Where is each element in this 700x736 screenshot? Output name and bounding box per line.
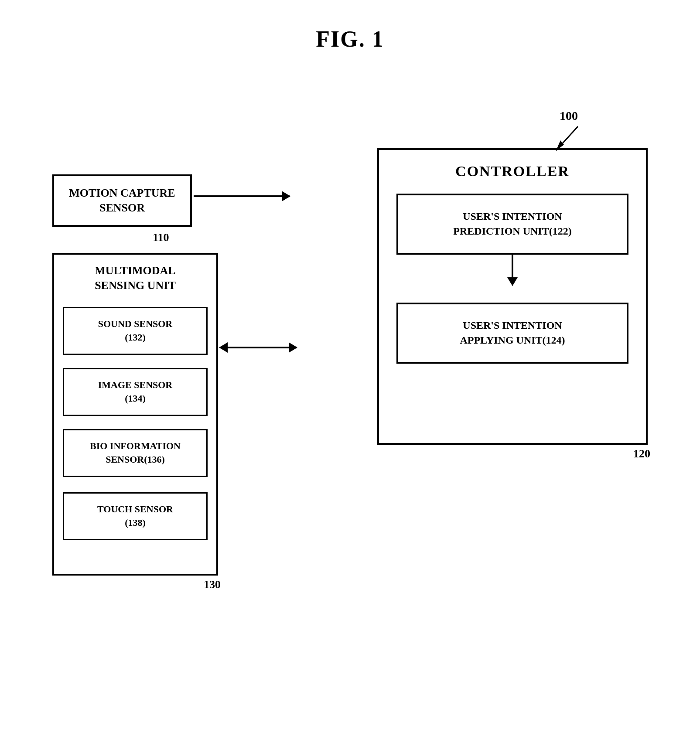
bio-sensor-box: BIO INFORMATION SENSOR(136): [63, 429, 208, 477]
arrow-motion-to-controller: [194, 195, 290, 197]
multimodal-box: MULTIMODAL SENSING UNIT SOUND SENSOR (13…: [52, 253, 218, 576]
ref-120-label: 120: [633, 447, 650, 460]
prediction-label-line1: USER'S INTENTION: [453, 209, 571, 224]
multimodal-label-line2: SENSING UNIT: [54, 278, 216, 293]
prediction-label-line2: PREDICTION UNIT(122): [453, 224, 571, 239]
arrow-bidir-multimodal-controller: [220, 347, 297, 348]
image-sensor-label2: (134): [98, 392, 173, 405]
bio-sensor-label1: BIO INFORMATION: [90, 440, 181, 453]
multimodal-label-line1: MULTIMODAL: [54, 263, 216, 278]
touch-sensor-label2: (138): [97, 516, 173, 530]
ref-100-label: 100: [560, 109, 578, 123]
sound-sensor-label2: (132): [98, 331, 173, 344]
ref-130-label: 130: [204, 578, 221, 591]
motion-capture-label-line2: SENSOR: [69, 201, 175, 215]
prediction-unit-box: USER'S INTENTION PREDICTION UNIT(122): [396, 194, 628, 255]
diagram: 100 MOTION CAPTURE SENSOR 110 CONTROLLER…: [35, 87, 665, 701]
ref-110-label: 110: [153, 231, 169, 244]
arrow-pred-to-apply: [512, 255, 513, 285]
image-sensor-box: IMAGE SENSOR (134): [63, 368, 208, 416]
sound-sensor-box: SOUND SENSOR (132): [63, 307, 208, 355]
applying-unit-box: USER'S INTENTION APPLYING UNIT(124): [396, 303, 628, 364]
applying-label-line2: APPLYING UNIT(124): [460, 333, 565, 348]
multimodal-label: MULTIMODAL SENSING UNIT: [54, 263, 216, 293]
motion-capture-sensor-box: MOTION CAPTURE SENSOR: [52, 174, 192, 227]
touch-sensor-label1: TOUCH SENSOR: [97, 503, 173, 516]
applying-label-line1: USER'S INTENTION: [460, 318, 565, 333]
page-title: FIG. 1: [0, 0, 700, 52]
motion-capture-label-line1: MOTION CAPTURE: [69, 186, 175, 201]
image-sensor-label1: IMAGE SENSOR: [98, 378, 173, 392]
bio-sensor-label2: SENSOR(136): [90, 453, 181, 467]
controller-box: CONTROLLER USER'S INTENTION PREDICTION U…: [377, 148, 648, 445]
sound-sensor-label1: SOUND SENSOR: [98, 317, 173, 331]
controller-label: CONTROLLER: [379, 163, 646, 180]
touch-sensor-box: TOUCH SENSOR (138): [63, 492, 208, 540]
